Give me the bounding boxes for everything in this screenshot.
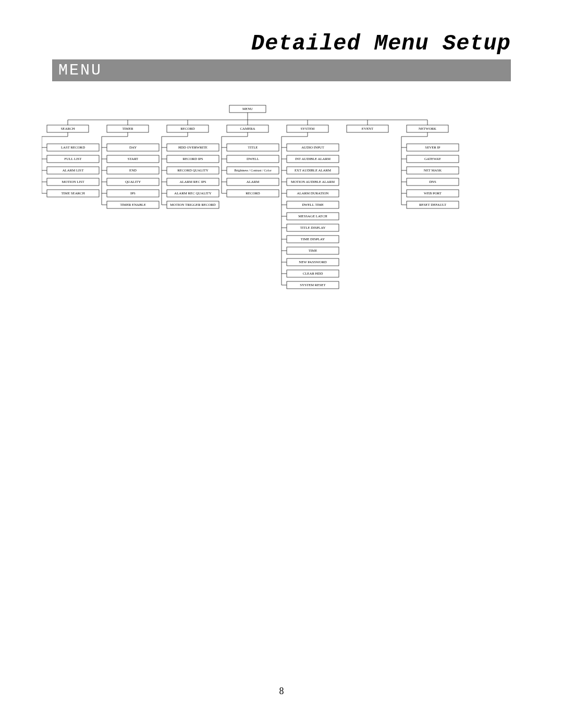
- svg-text:AUDIO INPUT: AUDIO INPUT: [301, 145, 324, 149]
- svg-text:SYSTEM RESET: SYSTEM RESET: [300, 283, 326, 287]
- svg-text:MOTION LIST: MOTION LIST: [62, 180, 84, 183]
- svg-text:TIME: TIME: [309, 249, 317, 252]
- svg-text:TIME SEARCH: TIME SEARCH: [61, 191, 84, 195]
- svg-text:ALARM DURATION: ALARM DURATION: [297, 191, 329, 195]
- svg-text:RECORD: RECORD: [180, 127, 195, 130]
- svg-text:Brightness / Contrast / Color: Brightness / Contrast / Color: [234, 168, 271, 172]
- svg-text:ALARM REC IPS: ALARM REC IPS: [180, 180, 206, 183]
- svg-text:NEW PASSWORD: NEW PASSWORD: [299, 260, 327, 264]
- svg-text:TITLE: TITLE: [248, 145, 258, 149]
- svg-text:EXT AUDIBLE ALARM: EXT AUDIBLE ALARM: [295, 168, 331, 172]
- svg-text:MENU: MENU: [242, 107, 253, 110]
- svg-text:WEB PORT: WEB PORT: [424, 191, 442, 195]
- svg-text:TITLE DISPLAY: TITLE DISPLAY: [300, 226, 326, 229]
- svg-text:START: START: [128, 157, 139, 161]
- svg-text:DNS: DNS: [429, 180, 436, 183]
- svg-text:ALARM: ALARM: [247, 180, 260, 183]
- svg-text:RECORD: RECORD: [246, 191, 260, 195]
- svg-text:HDD OVERWRITE: HDD OVERWRITE: [178, 145, 207, 149]
- svg-text:DWELL: DWELL: [247, 157, 259, 161]
- menu-bar: MENU: [52, 59, 511, 81]
- svg-text:MOTION AUDIBLE ALARM: MOTION AUDIBLE ALARM: [291, 180, 335, 183]
- page-title: Detailed Menu Setup: [36, 31, 511, 56]
- svg-text:MESSAGE LATCH: MESSAGE LATCH: [298, 214, 327, 218]
- svg-text:END: END: [129, 168, 137, 172]
- svg-text:IPS: IPS: [130, 191, 136, 195]
- page-number: 8: [0, 686, 563, 697]
- svg-text:DAY: DAY: [129, 145, 137, 149]
- svg-text:TIME DISPLAY: TIME DISPLAY: [301, 237, 325, 241]
- svg-text:INT AUDIBLE ALARM: INT AUDIBLE ALARM: [295, 157, 331, 161]
- svg-text:RECORD QUALITY: RECORD QUALITY: [177, 168, 209, 172]
- svg-text:FULL LIST: FULL LIST: [65, 157, 82, 161]
- svg-text:TIMER: TIMER: [122, 127, 133, 130]
- svg-text:EVENT: EVENT: [362, 127, 374, 130]
- document-page: Detailed Menu Setup MENU MENUSEARCHLAST …: [0, 0, 563, 728]
- menu-tree: MENUSEARCHLAST RECORDFULL LISTALARM LIST…: [42, 102, 527, 326]
- svg-text:LAST RECORD: LAST RECORD: [61, 145, 85, 149]
- svg-text:RECORD IPS: RECORD IPS: [182, 157, 203, 161]
- svg-text:NETWORK: NETWORK: [419, 127, 436, 130]
- svg-text:GATEWAY: GATEWAY: [424, 157, 441, 161]
- svg-text:DWELL TIME: DWELL TIME: [302, 203, 324, 206]
- svg-text:ALARM LIST: ALARM LIST: [63, 168, 84, 172]
- svg-text:ALARM REC QUALITY: ALARM REC QUALITY: [174, 191, 211, 195]
- svg-text:MOTION TRIGGER RECORD: MOTION TRIGGER RECORD: [170, 203, 216, 206]
- svg-text:TIMER ENABLE: TIMER ENABLE: [120, 203, 146, 206]
- svg-text:SEVER IP: SEVER IP: [425, 145, 440, 149]
- svg-text:QUALITY: QUALITY: [125, 180, 141, 183]
- svg-text:RESET DEFAULT: RESET DEFAULT: [419, 203, 447, 206]
- svg-text:CLEAR HDD: CLEAR HDD: [303, 272, 323, 275]
- svg-text:CAMERA: CAMERA: [240, 127, 255, 130]
- svg-text:NET MASK: NET MASK: [424, 168, 442, 172]
- svg-text:SEARCH: SEARCH: [61, 127, 75, 130]
- svg-text:SYSTEM: SYSTEM: [301, 127, 315, 130]
